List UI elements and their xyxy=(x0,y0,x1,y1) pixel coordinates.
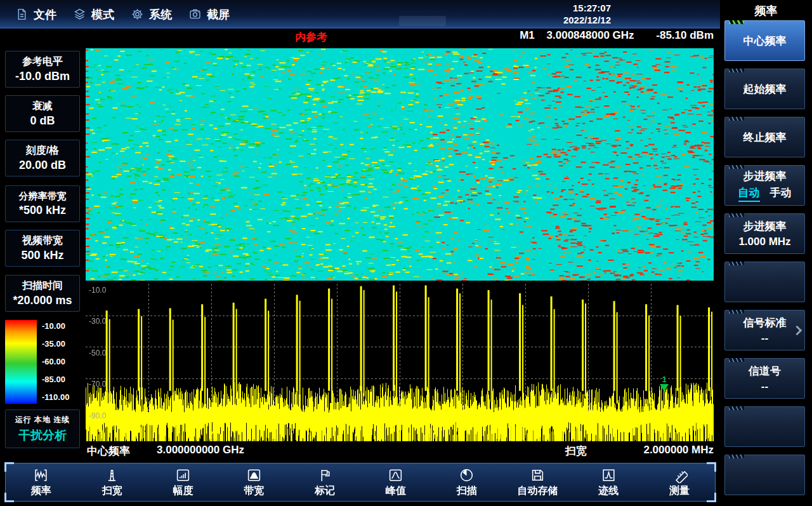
run-status: 运行 本地 连续 xyxy=(6,415,79,425)
readout-label: 刻度/格 xyxy=(6,144,79,157)
marker-triangle-icon xyxy=(660,384,669,392)
toolbar-item-sweep[interactable]: 扫描 xyxy=(431,463,502,501)
toolbar-label: 幅度 xyxy=(173,484,193,498)
toolbar-item-measure[interactable]: 测量 xyxy=(644,463,715,501)
menu-item-mode[interactable]: 模式 xyxy=(73,7,114,22)
readout-value: 500 kHz xyxy=(6,249,79,262)
analysis-mode: 干扰分析 xyxy=(6,427,79,444)
softkey-label: 步进频率 xyxy=(725,169,804,183)
softkey-signal-standard[interactable]: 信号标准 -- xyxy=(724,310,805,350)
toolbar-label: 扫描 xyxy=(457,484,477,498)
softkey-stop-freq[interactable]: 终止频率 xyxy=(724,117,805,157)
center-freq-label: 中心频率 xyxy=(87,444,130,458)
softkey-tab-icon xyxy=(729,117,744,121)
readout-label: 扫描时间 xyxy=(6,279,79,293)
spectrum-plot: -10.0 -30.0 -50.0 -70.0 -90.0 1 xyxy=(86,284,714,441)
bottom-toolbar: 频率 扫宽 幅度 带宽 标记 峰值 扫描 自动存储 xyxy=(5,463,716,502)
bandwidth-icon xyxy=(246,467,262,483)
time-text: 15:27:07 xyxy=(563,2,611,14)
waterfall-display xyxy=(86,48,714,281)
toggle-option-manual[interactable]: 手动 xyxy=(770,185,792,202)
marker-readout: M1 3.000848000 GHz -85.10 dBm xyxy=(86,29,714,42)
softkey-panel-title: 频率 xyxy=(720,3,812,18)
readout-attenuation: 衰减 0 dB xyxy=(5,95,80,132)
toolbar-item-peak[interactable]: 峰值 xyxy=(360,463,431,501)
menu-label: 系统 xyxy=(149,7,172,22)
screenshot-icon xyxy=(188,8,202,21)
softkey-value: -- xyxy=(725,332,804,345)
colorbar-tick: -35.00 xyxy=(42,339,80,349)
readout-value: *20.000 ms xyxy=(6,294,79,307)
amplitude-colorbar xyxy=(5,320,37,404)
sweep-icon xyxy=(459,467,475,483)
measure-icon xyxy=(672,467,688,483)
peak-icon xyxy=(388,467,403,483)
toolbar-label: 迹线 xyxy=(598,484,619,498)
y-axis-tick: -90.0 xyxy=(89,411,106,420)
toolbar-label: 标记 xyxy=(315,484,335,498)
top-menu-bar: 文件 模式 系统 截屏 15:27:07 2022/12/12 xyxy=(0,0,720,29)
marker-1-label: 1 xyxy=(660,375,669,384)
softkey-blank-3[interactable] xyxy=(724,455,805,495)
amplitude-icon xyxy=(175,467,191,483)
readout-value: *500 kHz xyxy=(6,204,79,217)
readout-label: 参考电平 xyxy=(6,55,79,69)
toggle-option-auto[interactable]: 自动 xyxy=(738,185,760,202)
analyzer-screen: 文件 模式 系统 截屏 15:27:07 2022/12/12 参考电平 -10… xyxy=(0,0,812,506)
trace-icon xyxy=(601,467,617,483)
bracket-decoration xyxy=(4,462,14,472)
menu-label: 模式 xyxy=(91,7,114,22)
softkey-label: 步进频率 xyxy=(725,219,804,234)
toolbar-item-span[interactable]: 扫宽 xyxy=(77,463,148,501)
softkey-label: 终止频率 xyxy=(725,130,804,145)
softkey-center-freq[interactable]: 中心频率 xyxy=(724,20,805,61)
softkey-start-freq[interactable]: 起始频率 xyxy=(724,69,805,109)
readout-label: 视频带宽 xyxy=(6,234,79,248)
softkey-label: 中心频率 xyxy=(725,34,804,48)
spectrum-display xyxy=(86,284,714,441)
toolbar-item-marker[interactable]: 标记 xyxy=(289,463,360,501)
menu-item-screenshot[interactable]: 截屏 xyxy=(188,7,230,22)
readout-rbw: 分辨率带宽 *500 kHz xyxy=(5,185,80,222)
frequency-annotation-row: 中心频率 3.000000000 GHz 扫宽 2.000000 MHz xyxy=(86,444,714,460)
softkey-tab-icon xyxy=(729,69,744,72)
readout-value: -10.0 dBm xyxy=(6,70,79,83)
center-freq-value: 3.000000000 GHz xyxy=(157,444,244,456)
softkey-tab-icon xyxy=(729,358,744,362)
softkey-tab-icon xyxy=(729,165,744,169)
softkey-blank-1[interactable] xyxy=(724,262,805,302)
softkey-blank-2[interactable] xyxy=(724,406,805,447)
softkey-tab-icon xyxy=(729,310,744,314)
menu-item-system[interactable]: 系统 xyxy=(131,7,172,22)
softkey-label: 信道号 xyxy=(725,364,804,378)
softkey-channel-number[interactable]: 信道号 -- xyxy=(724,358,805,399)
bracket-decoration xyxy=(707,462,716,472)
toolbar-label: 扫宽 xyxy=(102,484,122,498)
bracket-decoration xyxy=(4,493,14,502)
toolbar-item-frequency[interactable]: 频率 xyxy=(6,463,77,501)
readout-value: 0 dB xyxy=(6,114,79,128)
softkey-panel: 频率 中心频率 起始频率 终止频率 步进频率 自动 手动 步进频率 1.000 … xyxy=(720,0,812,506)
readout-vbw: 视频带宽 500 kHz xyxy=(5,230,80,267)
softkey-step-mode[interactable]: 步进频率 自动 手动 xyxy=(724,165,805,206)
run-status-box: 运行 本地 连续 干扰分析 xyxy=(5,409,80,448)
softkey-step-freq[interactable]: 步进频率 1.000 MHz xyxy=(724,213,805,254)
readout-label: 分辨率带宽 xyxy=(6,190,79,203)
toolbar-item-trace[interactable]: 迹线 xyxy=(573,463,644,501)
toolbar-label: 测量 xyxy=(669,484,690,498)
menu-item-file[interactable]: 文件 xyxy=(15,7,56,22)
softkey-label: 起始频率 xyxy=(725,82,804,97)
menu-label: 文件 xyxy=(34,7,56,22)
softkey-tab-icon xyxy=(729,455,744,458)
frequency-icon xyxy=(33,467,49,483)
marker-icon xyxy=(317,467,333,483)
y-axis-tick: -10.0 xyxy=(89,286,106,295)
toolbar-item-amplitude[interactable]: 幅度 xyxy=(148,463,219,501)
span-icon xyxy=(104,467,120,483)
span-value: 2.000000 MHz xyxy=(643,444,714,456)
toolbar-item-autostore[interactable]: 自动存储 xyxy=(502,463,573,501)
system-icon xyxy=(131,8,144,21)
y-axis-tick: -30.0 xyxy=(89,317,106,326)
toolbar-item-bandwidth[interactable]: 带宽 xyxy=(218,463,289,501)
marker-ampl: -85.10 dBm xyxy=(656,29,714,41)
